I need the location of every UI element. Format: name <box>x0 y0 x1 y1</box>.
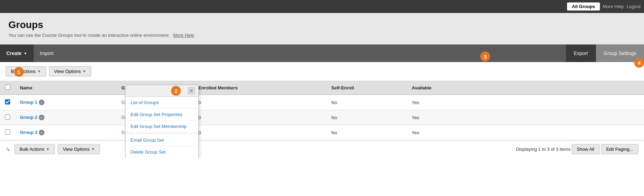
create-dropdown-arrow: ▼ <box>24 52 27 55</box>
logout-link[interactable]: Logout <box>627 4 641 9</box>
bulk-actions-button-top[interactable]: Bulk Actions ▼ <box>6 66 46 76</box>
context-menu-close-button[interactable]: ✕ <box>188 87 195 94</box>
col-header-name: Name <box>15 81 116 95</box>
context-menu-header: ✕ <box>126 85 198 97</box>
bulk-actions-caret-top: ▼ <box>37 69 41 73</box>
row-name-cell: Group 1✓ <box>15 95 116 110</box>
import-button[interactable]: Import <box>34 45 60 62</box>
bottom-action-bar: ↳ Bulk Actions ▼ View Options ▼ Displayi… <box>0 140 644 158</box>
top-nav: All Groups More Help Logout <box>0 0 644 13</box>
row-checkbox-cell <box>0 110 15 125</box>
bulk-actions-button-bottom[interactable]: Bulk Actions ▼ <box>14 144 55 154</box>
context-menu-items: List of GroupsEdit Group Set PropertiesE… <box>126 97 198 158</box>
context-menu-separator <box>126 133 198 134</box>
paging-info: Displaying 1 to 3 of 3 items <box>516 147 571 152</box>
step-badge-2: 2 <box>171 86 181 96</box>
row-enrolled-cell: 0 <box>193 125 326 140</box>
table-row: Group 1✓Group✓0NoYes <box>0 95 644 110</box>
groups-table: Name Group Set Enrolled Members Self-Enr… <box>0 81 644 140</box>
row-available-cell: Yes <box>407 95 644 110</box>
top-action-bar: Bulk Actions ▼ View Options ▼ <box>0 62 644 81</box>
bulk-actions-caret-bottom: ▼ <box>46 147 50 151</box>
row-selfenroll-cell: No <box>326 110 407 125</box>
group-name-link[interactable]: Group 3 <box>20 130 37 135</box>
group-name-link[interactable]: Group 1 <box>20 100 37 105</box>
context-menu-item[interactable]: Email Group Set <box>126 134 198 146</box>
row-available-cell: Yes <box>407 125 644 140</box>
group-check-icon: ✓ <box>39 130 44 135</box>
content-area: 1 2 Bulk Actions ▼ View Options ▼ Name G… <box>0 62 644 158</box>
view-options-caret-top: ▼ <box>83 69 86 73</box>
row-checkbox[interactable] <box>5 129 10 135</box>
all-groups-button[interactable]: All Groups <box>567 2 600 11</box>
page-header: Groups You can use the Course Groups too… <box>0 13 644 45</box>
row-checkbox[interactable] <box>5 114 10 120</box>
col-header-available: Available <box>407 81 644 95</box>
row-checkbox[interactable] <box>5 99 10 104</box>
table-header-row: Name Group Set Enrolled Members Self-Enr… <box>0 81 644 95</box>
group-check-icon: ✓ <box>39 100 44 105</box>
step-badge-4: 4 <box>634 58 644 68</box>
group-check-icon: ✓ <box>39 115 44 120</box>
row-checkbox-cell <box>0 125 15 140</box>
view-options-button-top[interactable]: View Options ▼ <box>49 66 91 76</box>
row-checkbox-cell <box>0 95 15 110</box>
context-menu-item[interactable]: List of Groups <box>126 97 198 109</box>
create-button[interactable]: Create ▼ <box>0 45 34 62</box>
main-toolbar: 3 Create ▼ Import Export Group Settings … <box>0 45 644 62</box>
table-row: Group 3✓Group✓0NoYes <box>0 125 644 140</box>
paging-buttons: Show All Edit Paging... <box>572 144 638 154</box>
context-menu: ✕ List of GroupsEdit Group Set Propertie… <box>125 85 199 158</box>
col-header-enrolled: Enrolled Members <box>193 81 326 95</box>
export-button[interactable]: Export <box>566 45 595 62</box>
step-badge-1: 1 <box>14 67 24 77</box>
page-description: You can use the Course Groups tool to cr… <box>8 33 636 38</box>
table-row: Group 2✓Group✓0NoYes <box>0 110 644 125</box>
toolbar-right: Export Group Settings 4 <box>566 45 644 62</box>
more-help-link[interactable]: More Help <box>173 33 194 38</box>
indent-arrow-icon: ↳ <box>6 146 10 153</box>
show-all-button[interactable]: Show All <box>572 144 600 154</box>
toolbar-left: Create ▼ Import <box>0 45 60 62</box>
select-all-checkbox-header[interactable] <box>0 81 15 95</box>
row-name-cell: Group 2✓ <box>15 110 116 125</box>
row-selfenroll-cell: No <box>326 95 407 110</box>
step-badge-3: 3 <box>480 52 490 61</box>
select-all-checkbox[interactable] <box>5 85 10 90</box>
context-menu-item[interactable]: Edit Group Set Membership <box>126 121 198 133</box>
page-title: Groups <box>8 19 636 31</box>
more-help-link[interactable]: More Help <box>603 4 624 9</box>
context-menu-item[interactable]: Delete Group Set <box>126 146 198 158</box>
row-available-cell: Yes <box>407 110 644 125</box>
context-menu-item[interactable]: Edit Group Set Properties <box>126 109 198 121</box>
row-selfenroll-cell: No <box>326 125 407 140</box>
group-name-link[interactable]: Group 2 <box>20 115 37 120</box>
row-enrolled-cell: 0 <box>193 95 326 110</box>
row-name-cell: Group 3✓ <box>15 125 116 140</box>
view-options-button-bottom[interactable]: View Options ▼ <box>58 144 100 154</box>
view-options-caret-bottom: ▼ <box>91 147 95 151</box>
row-enrolled-cell: 0 <box>193 110 326 125</box>
col-header-self-enroll: Self-Enroll <box>326 81 407 95</box>
edit-paging-button[interactable]: Edit Paging... <box>601 144 638 154</box>
